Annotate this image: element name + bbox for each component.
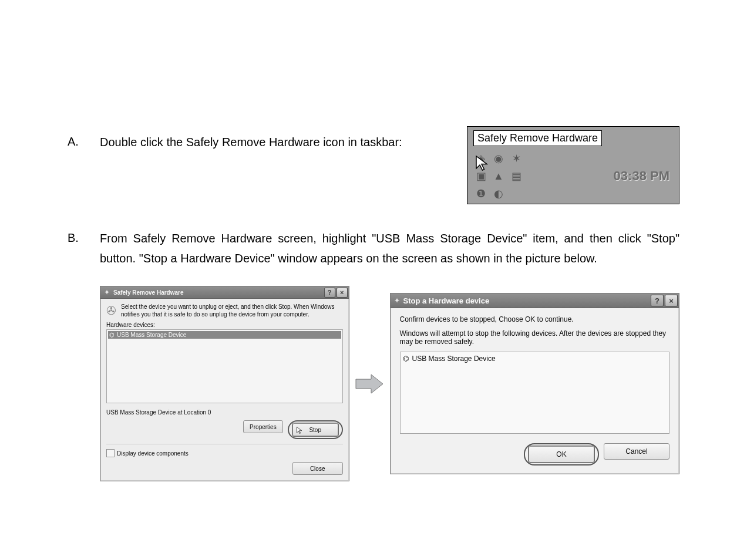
titlebar-usb-icon: ✦ [103, 288, 111, 296]
tray-network-icon[interactable]: ✶ [509, 151, 524, 166]
dialog-row: ✦ Safely Remove Hardware ? × ✇ Select th… [100, 286, 679, 481]
taskbar-tray-area: ◈ ◉ ✶ ▣ ▲ ▤ ❶ ◐ 03:38 PM [467, 149, 679, 204]
hardware-devices-list[interactable]: ⌬ USB Mass Storage Device [106, 329, 343, 403]
step-b-text: From Safely Remove Hardware screen, high… [100, 228, 679, 268]
safely-remove-tooltip: Safely Remove Hardware [473, 130, 602, 146]
device-usb-icon-right: ⌬ [403, 355, 409, 363]
dialog-titlebar-right: ✦ Stop a Hardware device ? × [391, 294, 679, 308]
device-usb-icon: ⌬ [109, 332, 115, 338]
tray-shield-icon[interactable]: ◉ [491, 151, 506, 166]
display-components-checkbox[interactable]: Display device components [106, 449, 189, 457]
properties-button[interactable]: Properties [243, 420, 283, 433]
step-b-label: B. [68, 228, 100, 247]
tray-alert-icon[interactable]: ❶ [473, 186, 489, 201]
help-button-right[interactable]: ? [651, 295, 664, 306]
cursor-icon [475, 154, 492, 172]
hardware-devices-label: Hardware devices: [106, 322, 343, 328]
stop-device-item[interactable]: ⌬ USB Mass Storage Device [403, 355, 667, 363]
dialog-title-right: Stop a Hardware device [403, 296, 490, 305]
help-button[interactable]: ? [324, 288, 335, 298]
cursor-on-stop-icon [296, 426, 304, 434]
attempt-text: Windows will attempt to stop the followi… [400, 329, 670, 346]
ok-highlight-oval: OK [524, 443, 599, 465]
display-components-label: Display device components [117, 450, 189, 457]
safely-remove-hardware-dialog: ✦ Safely Remove Hardware ? × ✇ Select th… [100, 286, 349, 481]
ok-button[interactable]: OK [529, 446, 594, 463]
taskbar-clock: 03:38 PM [524, 168, 673, 184]
device-status-text: USB Mass Storage Device at Location 0 [106, 409, 343, 416]
titlebar-usb-icon-right: ✦ [393, 296, 401, 305]
step-a-text: Double click the Safely Remove Hardware … [100, 132, 464, 152]
dialog-titlebar-left: ✦ Safely Remove Hardware ? × [100, 286, 349, 299]
tray-info-icon[interactable]: ▲ [491, 168, 506, 184]
tray-display-icon[interactable]: ▤ [509, 168, 524, 184]
confirm-text: Confirm devices to be stopped, Choose OK… [400, 315, 670, 323]
close-dialog-button[interactable]: Close [292, 462, 343, 475]
dialog-title-left: Safely Remove Hardware [113, 289, 184, 296]
device-item-label: USB Mass Storage Device [117, 332, 186, 338]
stop-devices-list[interactable]: ⌬ USB Mass Storage Device [400, 352, 670, 434]
arrow-icon [349, 372, 390, 396]
cancel-button[interactable]: Cancel [604, 443, 669, 460]
tray-sync-icon[interactable]: ◐ [491, 186, 506, 201]
dialog-intro-text: Select the device you want to unplug or … [121, 303, 343, 318]
dialog-large-icon: ✇ [106, 303, 116, 318]
device-item-selected[interactable]: ⌬ USB Mass Storage Device [108, 331, 341, 339]
step-a-label: A. [68, 132, 100, 151]
step-b: B. From Safely Remove Hardware screen, h… [68, 228, 679, 268]
close-button-right[interactable]: × [665, 295, 678, 306]
close-button[interactable]: × [337, 288, 348, 298]
stop-device-label: USB Mass Storage Device [412, 355, 496, 363]
taskbar-screenshot: Safely Remove Hardware ◈ ◉ ✶ ▣ ▲ ▤ ❶ ◐ 0… [467, 126, 679, 204]
stop-hardware-device-dialog: ✦ Stop a Hardware device ? × Confirm dev… [390, 293, 680, 474]
